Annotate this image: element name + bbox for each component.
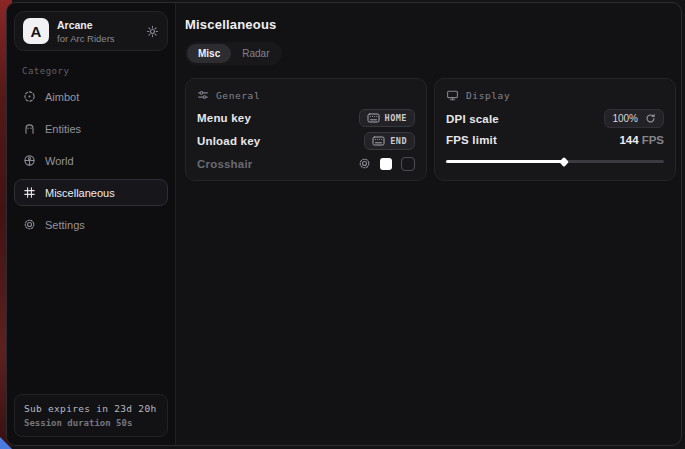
dpi-scale-select[interactable]: 100% bbox=[604, 109, 664, 128]
fps-limit-slider[interactable] bbox=[446, 160, 664, 163]
screen: A Arcane for Arc Riders Category bbox=[0, 0, 685, 449]
sidebar-item-miscellaneous[interactable]: Miscellaneous bbox=[14, 179, 168, 206]
sidebar-item-label: Miscellaneous bbox=[45, 187, 115, 199]
fps-limit-value: 144 bbox=[619, 134, 638, 146]
refresh-icon[interactable] bbox=[645, 113, 656, 124]
category-label: Category bbox=[22, 66, 168, 76]
crosshair-row: Crosshair bbox=[197, 152, 415, 175]
crosshair-controls bbox=[358, 157, 415, 171]
keyboard-icon bbox=[367, 113, 380, 123]
sidebar-item-label: Entities bbox=[45, 123, 81, 135]
entities-icon bbox=[23, 122, 36, 135]
subscription-card: Sub expires in 23d 20h Session duration … bbox=[14, 394, 168, 437]
display-panel-header: Display bbox=[446, 89, 664, 102]
profile-text: Arcane for Arc Riders bbox=[57, 19, 115, 44]
sidebar: A Arcane for Arc Riders Category bbox=[7, 3, 176, 445]
app-logo: A bbox=[23, 18, 49, 44]
app-name: Arcane bbox=[57, 19, 115, 31]
overlay-window: A Arcane for Arc Riders Category bbox=[6, 2, 682, 446]
sliders-icon bbox=[197, 89, 209, 101]
fps-slider-fill bbox=[446, 160, 564, 163]
session-duration-text: Session duration 50s bbox=[24, 418, 158, 428]
unload-key-bind-button[interactable]: END bbox=[364, 132, 415, 150]
dpi-scale-row: DPI scale 100% bbox=[446, 107, 664, 130]
menu-key-value: HOME bbox=[385, 113, 407, 123]
panels-row: General Menu key HOME bbox=[185, 78, 676, 181]
sub-expires-text: Sub expires in 23d 20h bbox=[24, 403, 158, 414]
sidebar-item-aimbot[interactable]: Aimbot bbox=[14, 83, 168, 110]
sidebar-spacer bbox=[14, 238, 168, 394]
tab-bar: Misc Radar bbox=[185, 42, 282, 65]
world-globe-icon bbox=[23, 154, 36, 167]
sidebar-item-settings[interactable]: Settings bbox=[14, 211, 168, 238]
crosshair-label: Crosshair bbox=[197, 158, 253, 170]
unload-key-value: END bbox=[390, 136, 407, 146]
unload-key-row: Unload key END bbox=[197, 129, 415, 152]
menu-key-row: Menu key HOME bbox=[197, 106, 415, 129]
keyboard-icon bbox=[372, 136, 385, 146]
category-nav: Aimbot Entities Wo bbox=[14, 83, 168, 238]
sidebar-item-world[interactable]: World bbox=[14, 147, 168, 174]
monitor-icon bbox=[446, 89, 459, 102]
fps-limit-value-wrap: 144FPS bbox=[619, 134, 664, 146]
crosshair-checkbox[interactable] bbox=[401, 157, 415, 171]
dpi-scale-value: 100% bbox=[612, 113, 638, 124]
profile-gear-icon[interactable] bbox=[146, 25, 159, 38]
profile-card: A Arcane for Arc Riders bbox=[14, 11, 168, 51]
display-panel: Display DPI scale 100% bbox=[434, 78, 676, 181]
general-panel-header: General bbox=[197, 89, 415, 101]
crosshair-options-gear-icon[interactable] bbox=[358, 157, 371, 170]
dpi-scale-label: DPI scale bbox=[446, 113, 499, 125]
menu-key-label: Menu key bbox=[197, 112, 251, 124]
sidebar-item-entities[interactable]: Entities bbox=[14, 115, 168, 142]
general-panel-title: General bbox=[216, 90, 260, 101]
miscellaneous-grid-icon bbox=[23, 186, 36, 199]
crosshair-color-swatch[interactable] bbox=[380, 158, 392, 170]
page-title: Miscellaneous bbox=[185, 17, 676, 32]
settings-gear-icon bbox=[23, 218, 36, 231]
fps-limit-row: FPS limit 144FPS bbox=[446, 130, 664, 150]
tab-misc[interactable]: Misc bbox=[187, 44, 231, 63]
sidebar-item-label: Settings bbox=[45, 219, 85, 231]
fps-slider-thumb[interactable] bbox=[559, 157, 569, 167]
aimbot-crosshair-icon bbox=[23, 90, 36, 103]
general-panel: General Menu key HOME bbox=[185, 78, 427, 181]
unload-key-label: Unload key bbox=[197, 135, 260, 147]
menu-key-bind-button[interactable]: HOME bbox=[359, 109, 415, 127]
sidebar-item-label: World bbox=[45, 155, 74, 167]
app-subtitle: for Arc Riders bbox=[57, 33, 115, 44]
main-content: Miscellaneous Misc Radar General bbox=[176, 3, 681, 445]
tab-radar[interactable]: Radar bbox=[231, 44, 280, 63]
fps-limit-unit: FPS bbox=[642, 134, 664, 146]
display-panel-title: Display bbox=[466, 90, 510, 101]
sidebar-item-label: Aimbot bbox=[45, 91, 79, 103]
fps-limit-label: FPS limit bbox=[446, 134, 497, 146]
